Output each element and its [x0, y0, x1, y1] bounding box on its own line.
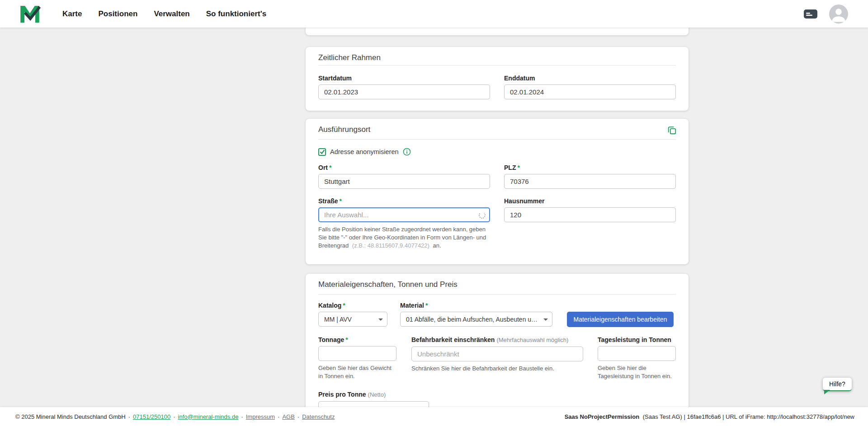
material-select[interactable]: 01 Abfälle, die beim Aufsuchen, Ausbeute… — [400, 312, 552, 327]
ort-label: Ort* — [318, 164, 490, 172]
help-button[interactable]: Hilfe? — [823, 378, 852, 391]
katalog-selected-value: MM | AVV — [324, 316, 352, 323]
plz-input[interactable] — [504, 174, 676, 189]
required-marker: * — [329, 164, 331, 171]
strasse-input[interactable] — [318, 207, 490, 222]
card-ausfuehrungsort: Ausführungsort Adresse anonymisieren Ort… — [306, 119, 689, 264]
footer-copyright: © 2025 Mineral Minds Deutschland GmbH — [15, 413, 126, 420]
footer-separator: · — [128, 413, 130, 420]
footer-separator: · — [241, 413, 243, 420]
anonymize-row: Adresse anonymisieren — [318, 148, 411, 156]
user-avatar[interactable] — [829, 5, 848, 23]
tagesleistung-input[interactable] — [598, 346, 676, 361]
tagesleistung-helper-text: Geben Sie hier die Tagesleistung in Tonn… — [598, 364, 676, 380]
enddatum-label: Enddatum — [504, 74, 676, 82]
footer-left: © 2025 Mineral Minds Deutschland GmbH · … — [15, 413, 335, 420]
strasse-field: Straße* Falls die Position keiner Straße… — [318, 197, 490, 250]
strasse-helper-text: Falls die Position keiner Straße zugeord… — [318, 225, 487, 250]
tagesleistung-field: Tagesleistung in Tonnen Geben Sie hier d… — [598, 336, 676, 380]
person-icon — [829, 5, 848, 23]
tonnage-label: Tonnage* — [318, 336, 396, 344]
loading-spinner-icon — [479, 212, 486, 219]
befahrbarkeit-input[interactable] — [411, 346, 583, 361]
footer-right: Saas NoProjectPermission (Saas Test AG) … — [565, 413, 854, 420]
katalog-field: Katalog* MM | AVV — [318, 301, 387, 327]
card-zeitlicher-rahmen: Zeitlicher Rahmen Startdatum Enddatum — [306, 47, 689, 111]
required-marker: * — [340, 197, 342, 205]
tagesleistung-label: Tagesleistung in Tonnen — [598, 336, 676, 344]
copy-icon[interactable] — [667, 125, 677, 135]
tonnage-input[interactable] — [318, 346, 396, 361]
enddatum-input[interactable] — [504, 84, 676, 99]
plz-label: PLZ* — [504, 164, 676, 172]
enddatum-field: Enddatum — [504, 74, 676, 99]
startdatum-input[interactable] — [318, 84, 490, 99]
footer-environment-info: (Saas Test AG) | 16fae1ffc6a6 | URL of i… — [643, 413, 854, 420]
preis-hint: (Netto) — [368, 391, 386, 398]
nav-item-karte[interactable]: Karte — [62, 9, 82, 19]
strasse-label: Straße* — [318, 197, 490, 205]
hausnummer-label: Hausnummer — [504, 197, 676, 205]
nav-item-so-funktionierts[interactable]: So funktioniert's — [206, 9, 266, 19]
card-materialeigenschaften: Materialeigenschaften, Tonnen und Preis … — [306, 274, 689, 426]
befahrbarkeit-field: Befahrbarkeit einschränken(Mehrfachauswa… — [411, 336, 583, 373]
geo-coords-example: (z.B.: 48.8115607,9.4077422) — [352, 242, 429, 249]
card-title-materialeigenschaften: Materialeigenschaften, Tonnen und Preis — [318, 280, 458, 289]
anonymize-label: Adresse anonymisieren — [330, 148, 399, 155]
card-icon[interactable] — [803, 8, 818, 20]
tonnage-field: Tonnage* Geben Sie hier das Gewicht in T… — [318, 336, 396, 380]
top-navbar: Karte Positionen Verwalten So funktionie… — [0, 0, 868, 28]
material-label: Material* — [400, 301, 552, 309]
footer-impressum-link[interactable]: Impressum — [246, 413, 275, 420]
footer-separator: · — [173, 413, 175, 420]
footer-datenschutz-link[interactable]: Datenschutz — [302, 413, 335, 420]
startdatum-field: Startdatum — [318, 74, 490, 99]
main-nav: Karte Positionen Verwalten So funktionie… — [62, 0, 266, 28]
katalog-label: Katalog* — [318, 301, 387, 309]
anonymize-checkbox[interactable] — [318, 148, 326, 156]
befahrbarkeit-helper-text: Schränken Sie hier die Befahrbarkeit der… — [411, 365, 583, 373]
divider — [318, 65, 676, 66]
befahrbarkeit-label: Befahrbarkeit einschränken(Mehrfachauswa… — [411, 336, 583, 344]
mineral-minds-logo[interactable] — [19, 4, 41, 24]
befahrbarkeit-hint: (Mehrfachauswahl möglich) — [496, 337, 568, 343]
required-marker: * — [345, 336, 348, 343]
footer-tenant-name: Saas NoProjectPermission — [565, 413, 639, 420]
help-button-label: Hilfe? — [829, 380, 845, 388]
ort-input[interactable] — [318, 174, 490, 189]
materialeigenschaften-bearbeiten-button[interactable]: Materialeigenschaften bearbeiten — [567, 312, 674, 327]
footer-email-link[interactable]: info@mineral-minds.de — [178, 413, 239, 420]
material-field: Material* 01 Abfälle, die beim Aufsuchen… — [400, 301, 552, 327]
ort-field: Ort* — [318, 164, 490, 189]
startdatum-label: Startdatum — [318, 74, 490, 82]
footer: © 2025 Mineral Minds Deutschland GmbH · … — [0, 407, 868, 426]
material-selected-value: 01 Abfälle, die beim Aufsuchen, Ausbeute… — [406, 316, 540, 323]
divider — [318, 294, 676, 295]
nav-item-positionen[interactable]: Positionen — [98, 9, 137, 19]
card-title-ausfuehrungsort: Ausführungsort — [318, 125, 370, 134]
hausnummer-input[interactable] — [504, 207, 676, 222]
header-actions — [803, 0, 848, 28]
hausnummer-field: Hausnummer — [504, 197, 676, 222]
card-title-zeitlicher-rahmen: Zeitlicher Rahmen — [318, 53, 381, 62]
preis-label: Preis pro Tonne(Netto) — [318, 390, 429, 399]
footer-separator: · — [297, 413, 299, 420]
info-icon[interactable] — [403, 148, 411, 156]
check-icon — [320, 149, 325, 154]
plz-field: PLZ* — [504, 164, 676, 189]
required-marker: * — [343, 302, 345, 309]
required-marker: * — [425, 302, 428, 309]
tonnage-helper-text: Geben Sie hier das Gewicht in Tonnen ein… — [318, 364, 396, 380]
nav-item-verwalten[interactable]: Verwalten — [154, 9, 189, 19]
footer-phone-link[interactable]: 07151/250100 — [133, 413, 170, 420]
footer-separator: · — [278, 413, 279, 420]
katalog-select[interactable]: MM | AVV — [318, 312, 387, 327]
divider — [318, 139, 676, 140]
required-marker: * — [517, 164, 519, 171]
footer-agb-link[interactable]: AGB — [282, 413, 294, 420]
